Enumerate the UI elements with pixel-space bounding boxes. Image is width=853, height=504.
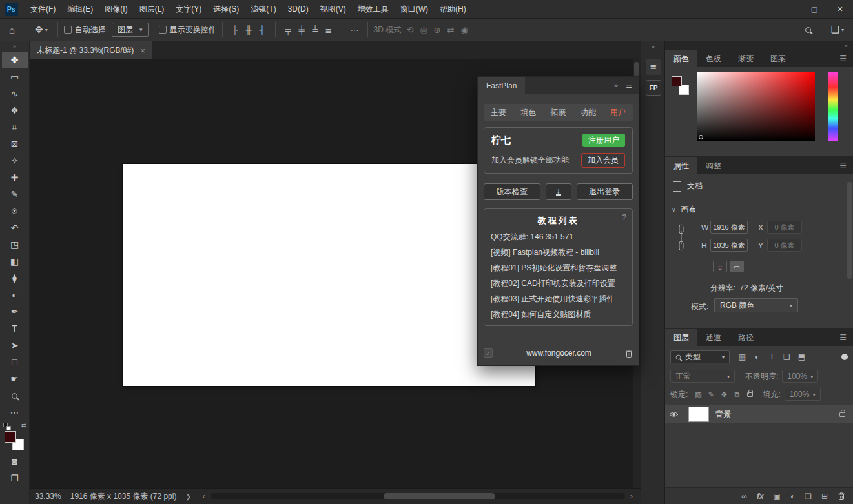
menu-select[interactable]: 选择(S)	[207, 0, 245, 18]
expand-panels-icon[interactable]: «	[641, 44, 666, 50]
link-dimensions-icon[interactable]	[678, 223, 684, 252]
3d-slide-icon[interactable]: ⇄	[444, 25, 458, 35]
eraser-tool[interactable]: ◳	[2, 236, 28, 253]
collapsed-fastplan-panel-icon[interactable]: FP	[646, 80, 661, 96]
tab-gradients[interactable]: 渐变	[730, 50, 762, 67]
filter-toggle[interactable]	[841, 354, 848, 360]
frame-tool[interactable]: ⊠	[2, 136, 28, 152]
align-top-icon[interactable]: ╤	[282, 25, 295, 35]
panel-menu-icon[interactable]: ☰	[839, 50, 853, 67]
menu-image[interactable]: 图像(I)	[99, 0, 133, 18]
auto-select-target-dropdown[interactable]: 图层	[112, 23, 149, 37]
fastplan-tab-user[interactable]: 用户	[610, 107, 626, 118]
rectangle-tool[interactable]: □	[2, 354, 28, 370]
history-brush-tool[interactable]: ↶	[2, 219, 28, 236]
filter-type-dropdown[interactable]: 类型 ▾	[670, 350, 730, 363]
3d-orbit-icon[interactable]: ⟲	[404, 25, 417, 35]
saturation-brightness-field[interactable]	[697, 72, 815, 141]
layer-style-icon[interactable]: fx	[757, 492, 764, 501]
tutorial-item-01[interactable]: [教程01] PS初始化设置和暂存盘调整	[491, 260, 626, 276]
quick-mask-button[interactable]: ◙	[2, 453, 28, 470]
filter-type-layers-icon[interactable]: T	[765, 352, 779, 361]
lock-all-icon[interactable]	[743, 390, 756, 398]
more-align-options-icon[interactable]: ⋯	[348, 25, 362, 35]
lock-transparency-icon[interactable]: ▨	[692, 390, 704, 399]
brush-tool[interactable]: ✎	[2, 186, 28, 203]
horizontal-scrollbar-thumb[interactable]	[384, 493, 495, 499]
properties-scrollbar-thumb[interactable]	[847, 182, 852, 279]
screen-mode-button[interactable]: ❐	[2, 470, 28, 487]
height-field[interactable]: 1035 像素	[710, 239, 748, 252]
active-tool-preset[interactable]: ✥▾	[31, 24, 52, 35]
crop-tool[interactable]: ⌗	[2, 119, 28, 136]
align-bottom-icon[interactable]: ╧	[309, 25, 322, 35]
new-group-icon[interactable]: ❑	[805, 492, 812, 501]
move-tool[interactable]: ✥	[2, 52, 28, 68]
foreground-color-swatch[interactable]	[672, 76, 682, 86]
menu-plugins[interactable]: 增效工具	[352, 0, 395, 18]
zoom-tool[interactable]	[2, 387, 28, 404]
menu-filter[interactable]: 滤镜(T)	[245, 0, 282, 18]
fastplan-panel-tab[interactable]: FastPlan	[478, 77, 525, 94]
toolbar-collapse-icon[interactable]: »	[13, 41, 16, 52]
color-mode-dropdown[interactable]: RGB 颜色 ▾	[714, 298, 798, 312]
menu-file[interactable]: 文件(F)	[25, 0, 61, 18]
fastplan-tab-features[interactable]: 功能	[581, 107, 596, 118]
logout-button[interactable]: 退出登录	[577, 183, 633, 200]
tab-color[interactable]: 颜色	[665, 50, 697, 67]
workspace-switcher[interactable]: ❏▾	[827, 24, 848, 35]
registered-user-badge[interactable]: 注册用户	[582, 134, 625, 147]
search-icon[interactable]	[801, 27, 815, 33]
menu-3d[interactable]: 3D(D)	[282, 0, 314, 18]
x-field[interactable]: 0 像素	[767, 221, 802, 234]
tab-patterns[interactable]: 图案	[762, 50, 794, 67]
menu-type[interactable]: 文字(Y)	[170, 0, 207, 18]
align-middle-icon[interactable]: ╪	[295, 25, 309, 35]
hand-tool[interactable]: ☛	[2, 370, 28, 387]
y-field[interactable]: 0 像素	[767, 239, 802, 252]
home-icon[interactable]: ⌂	[5, 25, 19, 35]
foreground-color-swatch[interactable]	[5, 431, 16, 443]
align-center-horizontal-icon[interactable]: ╫	[242, 25, 256, 35]
section-collapse-icon[interactable]: ∨	[672, 207, 676, 213]
filter-adjustment-layers-icon[interactable]: ◐	[750, 352, 765, 361]
tab-adjustments[interactable]: 调整	[697, 157, 730, 174]
spot-healing-brush-tool[interactable]: ✚	[2, 169, 28, 186]
tutorial-item-03[interactable]: [教程03] 正式开始使用快速彩平插件	[491, 291, 626, 307]
fastplan-tab-fill[interactable]: 填色	[520, 107, 536, 118]
tutorial-item-04[interactable]: [教程04] 如何自定义贴图材质	[491, 307, 626, 322]
distribute-icon[interactable]: ≣	[322, 25, 336, 35]
tab-properties[interactable]: 属性	[665, 157, 697, 174]
rectangular-marquee-tool[interactable]: ▭	[2, 68, 28, 85]
pen-tool[interactable]: ✒	[2, 303, 28, 320]
3d-camera-icon[interactable]: ◉	[458, 25, 471, 35]
tab-channels[interactable]: 通道	[697, 329, 730, 346]
fastplan-tab-extend[interactable]: 拓展	[550, 107, 566, 118]
lock-position-icon[interactable]: ✥	[717, 390, 730, 399]
layer-row-background[interactable]: 背景	[665, 405, 853, 423]
lasso-tool[interactable]: ∿	[2, 85, 28, 102]
tab-swatches[interactable]: 色板	[697, 50, 730, 67]
collapsed-history-panel-icon[interactable]: ≣	[646, 59, 661, 75]
horizontal-scrollbar[interactable]: ‹ ›	[203, 492, 633, 500]
type-tool[interactable]: T	[2, 320, 28, 337]
3d-roll-icon[interactable]: ◎	[417, 25, 431, 35]
align-left-icon[interactable]: ╟	[229, 25, 242, 35]
hue-slider[interactable]	[828, 72, 838, 141]
fill-dropdown[interactable]: 100% ▾	[785, 388, 821, 401]
auto-select-checkbox[interactable]	[64, 26, 72, 34]
show-transform-checkbox[interactable]	[159, 26, 167, 34]
fastplan-tab-main[interactable]: 主要	[491, 107, 506, 118]
download-button[interactable]: ↓	[546, 183, 571, 200]
maximize-button[interactable]: ▢	[801, 0, 827, 18]
color-picker-cursor[interactable]	[699, 135, 703, 139]
scroll-right-icon[interactable]: ›	[630, 492, 633, 501]
website-link[interactable]: www.fongocer.com	[493, 348, 625, 358]
tutorial-item-02[interactable]: [教程02] CAD打印机安装及打印设置	[491, 276, 626, 291]
layer-visibility-toggle[interactable]	[665, 405, 683, 423]
lock-artboard-icon[interactable]: ⧉	[730, 390, 743, 399]
gradient-tool[interactable]: ◧	[2, 253, 28, 270]
dodge-tool[interactable]: ◐	[2, 287, 28, 303]
fastplan-header[interactable]: FastPlan » ☰	[478, 77, 639, 94]
footer-checkbox[interactable]: ✓	[484, 348, 493, 358]
